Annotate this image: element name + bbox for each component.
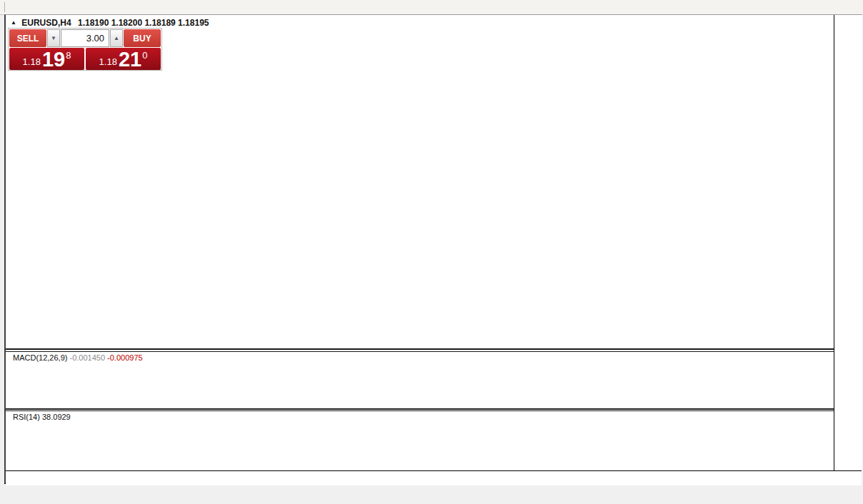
triangle-up-icon: ▲ (114, 35, 119, 41)
price-axis[interactable] (834, 15, 862, 470)
rsi-value: 38.0929 (42, 413, 71, 421)
triangle-down-icon: ▼ (51, 35, 56, 41)
sell-price-pips: 19 (42, 50, 65, 69)
pane-splitter-macd[interactable] (6, 348, 862, 352)
chart-symbol: EURUSD,H4 (21, 18, 71, 28)
one-click-trading-panel: SELL ▼ 3.00 ▲ BUY 1.18 19 8 1.18 21 0 (8, 28, 162, 71)
volume-decrease-button[interactable]: ▼ (47, 29, 60, 47)
chart-plot-canvas[interactable] (6, 15, 862, 470)
sell-price-handle: 1.18 (23, 56, 41, 67)
volume-increase-button[interactable]: ▲ (110, 29, 123, 47)
time-axis[interactable] (6, 470, 862, 485)
chart-window: ▲ EURUSD,H4 1.18190 1.18200 1.18189 1.18… (4, 14, 862, 484)
buy-price-display[interactable]: 1.18 21 0 (86, 48, 161, 70)
mt4-window: ▲ EURUSD,H4 1.18190 1.18200 1.18189 1.18… (0, 0, 863, 504)
macd-main-value: -0.001450 (69, 353, 105, 362)
chart-ohlc: 1.18190 1.18200 1.18189 1.18195 (78, 18, 209, 28)
sell-button[interactable]: SELL (9, 29, 46, 47)
sell-price-display[interactable]: 1.18 19 8 (9, 48, 84, 70)
sell-price-point: 8 (66, 50, 71, 61)
pane-splitter-rsi[interactable] (6, 408, 862, 411)
toolbar-separator (4, 2, 5, 12)
macd-signal-value: -0.000975 (107, 353, 143, 362)
collapse-triangle-icon[interactable]: ▲ (11, 19, 16, 26)
volume-input[interactable]: 3.00 (61, 29, 109, 47)
macd-indicator-label: MACD(12,26,9) -0.001450 -0.000975 (13, 353, 143, 362)
buy-price-point: 0 (142, 50, 147, 61)
buy-price-pips: 21 (119, 50, 141, 69)
rsi-indicator-label: RSI(14) 38.0929 (13, 413, 71, 421)
timeframe-toolbar (0, 0, 863, 15)
buy-button[interactable]: BUY (124, 29, 161, 47)
chart-title: ▲ EURUSD,H4 1.18190 1.18200 1.18189 1.18… (11, 18, 209, 28)
chart-tab-bar (0, 485, 863, 504)
buy-price-handle: 1.18 (99, 56, 117, 67)
